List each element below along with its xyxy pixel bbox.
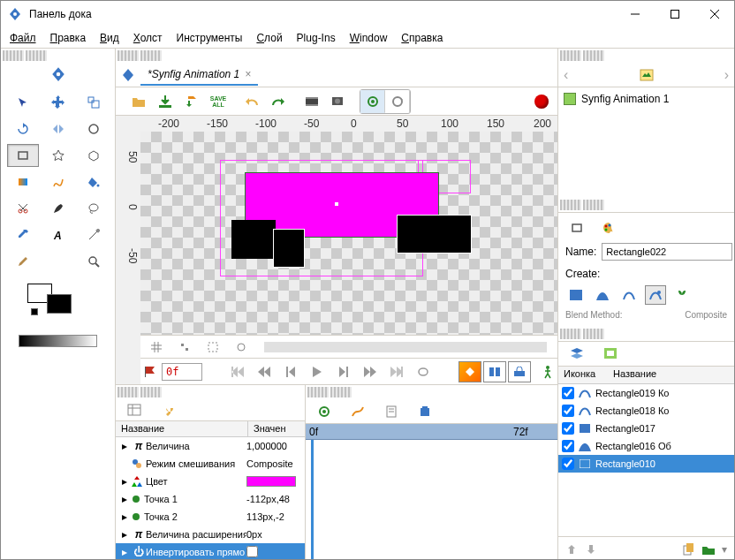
redo-button[interactable] [266, 90, 291, 113]
onion-skin-future-button[interactable] [385, 90, 410, 113]
tool-width[interactable] [42, 250, 74, 273]
canvas-browser-item[interactable]: Synfig Animation 1 [558, 87, 734, 110]
layer-row[interactable]: Rectangle017 [558, 420, 734, 437]
invert-checkbox[interactable] [246, 546, 258, 557]
toggle-grid-snap-button[interactable] [172, 336, 197, 359]
tool-sketch[interactable] [78, 223, 110, 246]
menu-view[interactable]: Вид [95, 30, 125, 46]
center-point-icon[interactable] [335, 202, 338, 206]
tool-mirror[interactable] [42, 117, 74, 140]
tool-polygon[interactable] [78, 144, 110, 167]
curves-tab-icon[interactable] [350, 404, 366, 420]
document-tab[interactable]: *Synfig Animation 1 × [140, 64, 258, 86]
tool-lasso[interactable] [78, 197, 110, 220]
layer-row[interactable]: Rectangle019 Ко [558, 384, 734, 402]
layer-lower-button[interactable] [585, 543, 597, 556]
color-chip[interactable] [246, 476, 296, 487]
toggle-onion-button[interactable] [229, 336, 254, 359]
background-color[interactable] [47, 294, 72, 314]
tool-options-tab[interactable] [569, 220, 585, 236]
nav-prev-button[interactable]: ‹ [564, 67, 568, 83]
tool-transform[interactable] [7, 91, 39, 114]
palette-tab[interactable] [601, 220, 617, 236]
layer-group-button[interactable] [702, 544, 715, 555]
tool-smooth-move[interactable] [42, 91, 74, 114]
create-outline-button[interactable] [618, 285, 640, 305]
tool-gradient[interactable] [7, 170, 39, 193]
param-row[interactable]: Режим смешиванияComposite [116, 455, 305, 473]
record-button[interactable] [529, 90, 554, 113]
gradient-swatch[interactable] [19, 335, 97, 347]
layer-duplicate-button[interactable] [683, 543, 695, 556]
menu-layer[interactable]: Слой [251, 30, 287, 46]
layer-visible-checkbox[interactable] [562, 405, 574, 417]
save-button[interactable] [153, 90, 178, 113]
timeline-ruler[interactable]: 0f 72f [306, 424, 557, 440]
layers-header-icon[interactable]: Иконка [558, 367, 608, 383]
color-swatches[interactable] [1, 278, 115, 331]
shape-rectangle-black[interactable] [231, 220, 276, 259]
current-frame-input[interactable] [162, 363, 202, 381]
tool-brush[interactable] [7, 250, 39, 273]
loop-button[interactable] [413, 362, 434, 382]
play-button[interactable] [307, 362, 328, 382]
toggle-grid-button[interactable] [144, 336, 169, 359]
onion-skin-past-button[interactable] [360, 90, 385, 113]
layer-row[interactable]: Rectangle010 [558, 455, 734, 473]
params-header-value[interactable]: Значен [248, 421, 305, 436]
seek-next-key-button[interactable] [360, 362, 381, 382]
menu-help[interactable]: Справка [396, 30, 448, 46]
tool-circle[interactable] [78, 117, 110, 140]
tool-bucket[interactable] [78, 170, 110, 193]
tool-star[interactable] [42, 144, 74, 167]
preview-button[interactable] [326, 90, 351, 113]
layer-menu-button[interactable]: ▾ [722, 543, 727, 556]
layer-name-input[interactable] [602, 243, 732, 261]
canvas-browser-icon[interactable] [639, 68, 655, 82]
tool-scale[interactable] [78, 91, 110, 114]
param-row[interactable]: ▸⏻Инвертировать прямо [116, 543, 305, 560]
tool-cutout[interactable] [7, 197, 39, 220]
seek-end-button[interactable] [386, 362, 407, 382]
keyframe-lock-button[interactable] [458, 361, 481, 382]
layers-header-name[interactable]: Название [608, 367, 662, 383]
future-lock-button[interactable] [508, 361, 531, 382]
param-row[interactable]: ▸Точка 1-112px,48 [116, 490, 305, 508]
tool-eyedrop[interactable] [7, 223, 39, 246]
param-row[interactable]: ▸πВеличина1,000000 [116, 437, 305, 455]
close-button[interactable] [694, 1, 734, 27]
nav-next-button[interactable]: › [724, 67, 729, 83]
seek-prev-key-button[interactable] [254, 362, 275, 382]
tool-zoom[interactable] [78, 250, 110, 273]
menu-tools[interactable]: Инструменты [171, 30, 248, 46]
undo-button[interactable] [239, 90, 264, 113]
create-plant-button[interactable] [671, 285, 693, 305]
seek-fwd-button[interactable] [333, 362, 354, 382]
tool-text[interactable]: A [42, 223, 74, 246]
open-button[interactable] [126, 90, 151, 113]
canvas[interactable] [140, 132, 557, 335]
create-adv-outline-button[interactable] [645, 285, 666, 305]
layer-visible-checkbox[interactable] [562, 387, 574, 399]
menu-canvas[interactable]: Холст [128, 30, 168, 46]
timeline-cursor[interactable] [311, 440, 314, 560]
param-row[interactable]: ▸πВеличина расширения0px [116, 526, 305, 543]
layer-row[interactable]: Rectangle016 Об [558, 437, 734, 455]
animate-mode-button[interactable] [483, 361, 506, 382]
minimize-button[interactable] [615, 1, 655, 27]
create-region-button[interactable] [592, 285, 613, 305]
save-all-button[interactable]: SAVE ALL [206, 90, 231, 113]
person-icon[interactable] [542, 365, 554, 379]
shape-rectangle-black[interactable] [273, 229, 305, 268]
timeline[interactable]: 0f 72f [306, 424, 557, 560]
layer-visible-checkbox[interactable] [562, 458, 574, 470]
history-tab-icon[interactable] [383, 404, 399, 420]
toggle-guides-button[interactable] [201, 336, 225, 359]
seek-start-button[interactable] [227, 362, 248, 382]
param-row[interactable]: ▸Цвет [116, 473, 305, 490]
create-rect-button[interactable] [565, 285, 587, 305]
tool-rotate[interactable] [7, 117, 39, 140]
save-as-button[interactable] [179, 90, 204, 113]
layer-visible-checkbox[interactable] [562, 422, 574, 435]
shape-rectangle-black[interactable] [397, 215, 472, 254]
